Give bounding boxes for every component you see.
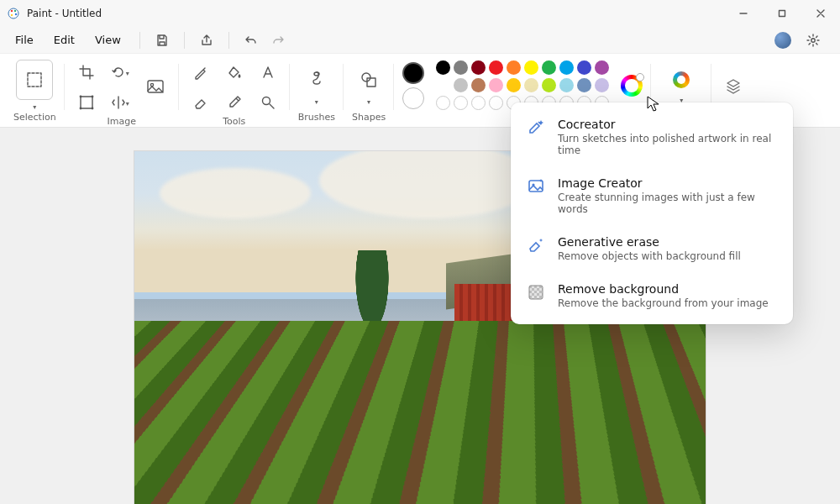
- image-creator-icon: [526, 176, 546, 197]
- group-image: ▾ ▾ Image: [65, 54, 179, 127]
- svg-point-2: [14, 10, 16, 12]
- svg-point-4: [11, 14, 13, 16]
- color-swatch[interactable]: [436, 78, 450, 92]
- dd-desc: Remove the background from your image: [558, 297, 769, 309]
- group-selection: ▾ Selection: [5, 54, 65, 127]
- color-swatch[interactable]: [595, 78, 609, 92]
- svg-point-17: [362, 73, 370, 81]
- color-swatch[interactable]: [595, 60, 609, 75]
- svg-point-11: [79, 108, 81, 110]
- save-button[interactable]: [150, 29, 174, 52]
- paint-app-icon: [7, 7, 20, 20]
- color-swatch-empty[interactable]: [471, 96, 486, 110]
- menu-view[interactable]: View: [85, 30, 131, 50]
- titlebar: Paint - Untitled: [0, 0, 840, 27]
- svg-point-10: [91, 96, 93, 98]
- dd-desc: Remove objects with background fill: [558, 250, 741, 262]
- user-avatar[interactable]: [774, 32, 791, 49]
- chevron-down-icon: ▾: [315, 98, 318, 106]
- rotate-tool[interactable]: ▾: [107, 59, 134, 86]
- svg-point-0: [8, 8, 18, 18]
- minimize-button[interactable]: [724, 0, 763, 27]
- color-swatch[interactable]: [577, 78, 591, 92]
- svg-rect-19: [529, 181, 543, 192]
- color-swatch[interactable]: [524, 60, 538, 75]
- text-tool[interactable]: [255, 59, 281, 86]
- copilot-dropdown: Cocreator Turn sketches into polished ar…: [511, 102, 793, 324]
- eraser-tool[interactable]: [187, 89, 214, 116]
- copilot-menu-generative-erase[interactable]: Generative erase Remove objects with bac…: [511, 225, 793, 272]
- color-swatch[interactable]: [454, 60, 468, 75]
- group-tools: Tools: [179, 54, 290, 127]
- menubar: File Edit View: [0, 27, 840, 54]
- color-swatch[interactable]: [559, 78, 574, 92]
- color-swatch[interactable]: [559, 60, 574, 75]
- select-tool[interactable]: [16, 60, 53, 100]
- crop-tool[interactable]: [73, 59, 100, 86]
- shapes-tool[interactable]: [354, 65, 384, 95]
- color-swatch[interactable]: [454, 78, 468, 92]
- undo-button[interactable]: [239, 29, 263, 52]
- svg-rect-24: [529, 286, 543, 299]
- primary-color[interactable]: [402, 62, 424, 84]
- dd-title: Cocreator: [558, 118, 778, 131]
- color-swatch[interactable]: [489, 78, 503, 92]
- color-swatch[interactable]: [577, 60, 591, 75]
- magnifier-tool[interactable]: [255, 89, 281, 116]
- group-label-image: Image: [107, 116, 135, 127]
- svg-point-14: [150, 83, 153, 86]
- maximize-button[interactable]: [763, 0, 801, 27]
- remove-background-icon: [526, 282, 546, 302]
- group-label-shapes: Shapes: [352, 112, 386, 125]
- dd-title: Image Creator: [558, 176, 778, 190]
- redo-button[interactable]: [266, 29, 290, 52]
- svg-point-1: [11, 10, 13, 12]
- group-label-tools: Tools: [223, 116, 245, 127]
- settings-button[interactable]: [801, 29, 825, 52]
- close-button[interactable]: [801, 0, 840, 27]
- copilot-menu-cocreator[interactable]: Cocreator Turn sketches into polished ar…: [511, 108, 793, 166]
- color-swatch[interactable]: [524, 78, 538, 92]
- color-swatch-empty[interactable]: [436, 96, 450, 110]
- svg-rect-5: [780, 11, 785, 17]
- cocreator-icon: [526, 118, 546, 138]
- copilot-menu-image-creator[interactable]: Image Creator Create stunning images wit…: [511, 166, 793, 225]
- resize-tool[interactable]: [73, 89, 100, 116]
- group-label-brushes: Brushes: [298, 112, 335, 125]
- color-swatch[interactable]: [471, 78, 486, 92]
- svg-rect-7: [28, 73, 41, 87]
- image-import-tool[interactable]: [140, 72, 171, 102]
- svg-point-6: [811, 38, 815, 41]
- color-swatch[interactable]: [436, 60, 450, 75]
- color-swatch[interactable]: [507, 60, 521, 75]
- dd-desc: Turn sketches into polished artwork in r…: [558, 133, 778, 156]
- dd-title: Remove background: [558, 282, 769, 296]
- window-title: Paint - Untitled: [27, 8, 102, 19]
- menu-file[interactable]: File: [5, 30, 44, 50]
- color-swatch[interactable]: [542, 60, 556, 75]
- flip-tool[interactable]: ▾: [107, 89, 134, 116]
- copilot-icon: [673, 71, 690, 88]
- color-swatch-empty[interactable]: [454, 96, 468, 110]
- layers-button[interactable]: [720, 72, 747, 99]
- group-label-selection: Selection: [13, 112, 56, 125]
- color-swatch[interactable]: [489, 60, 503, 75]
- dd-desc: Create stunning images with just a few w…: [558, 192, 778, 215]
- edit-colors-button[interactable]: [621, 75, 643, 97]
- share-button[interactable]: [195, 29, 218, 52]
- color-swatch[interactable]: [542, 78, 556, 92]
- color-swatch-empty[interactable]: [489, 96, 503, 110]
- color-swatch[interactable]: [507, 78, 521, 92]
- svg-rect-8: [81, 97, 92, 108]
- fill-tool[interactable]: [221, 59, 248, 86]
- brushes-tool[interactable]: [302, 65, 332, 95]
- svg-point-9: [79, 96, 81, 98]
- menu-edit[interactable]: Edit: [44, 30, 85, 50]
- color-picker-tool[interactable]: [221, 89, 248, 116]
- copilot-button[interactable]: [668, 66, 695, 93]
- color-swatch[interactable]: [471, 60, 486, 75]
- secondary-color[interactable]: [402, 87, 424, 109]
- pencil-tool[interactable]: [187, 59, 214, 86]
- svg-point-3: [15, 13, 17, 15]
- copilot-menu-remove-background[interactable]: Remove background Remove the background …: [511, 272, 793, 319]
